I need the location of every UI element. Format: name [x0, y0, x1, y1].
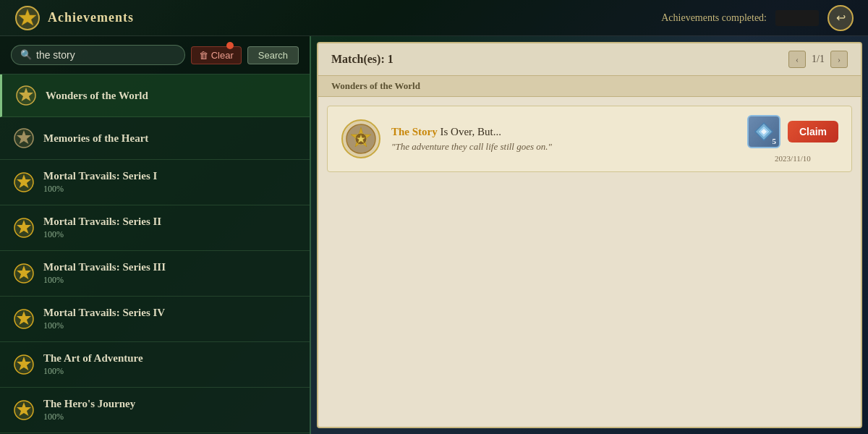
claim-button[interactable]: Claim — [788, 121, 838, 142]
achievement-description: "The adventure they call life still goes… — [391, 141, 737, 153]
back-button[interactable]: ↩ — [827, 5, 854, 31]
prev-page-button[interactable]: ‹ — [788, 51, 806, 68]
achievement-text: The Story Is Over, But... "The adventure… — [391, 126, 737, 153]
mortal4-icon — [13, 308, 35, 330]
trash-icon: 🗑 — [199, 50, 208, 61]
achievements-icon — [14, 5, 41, 31]
primogem-icon — [753, 121, 775, 142]
main-container: 🔍 🗑 Clear Search Wonders of the World — [0, 36, 868, 434]
mortal1-name: Mortal Travails: Series I — [43, 170, 297, 182]
sidebar: 🔍 🗑 Clear Search Wonders of the World — [0, 36, 311, 434]
clear-button[interactable]: 🗑 Clear — [191, 46, 242, 64]
sidebar-item-mortal3[interactable]: Mortal Travails: Series III 100% — [0, 251, 310, 297]
mortal3-icon — [13, 263, 35, 284]
mortal1-icon — [13, 171, 35, 193]
page-indicator: 1/1 — [812, 54, 825, 65]
header-left: Achievements — [14, 5, 134, 31]
sidebar-item-art[interactable]: The Art of Adventure 100% — [0, 342, 310, 388]
memories-icon — [13, 127, 35, 149]
right-panel: Match(es): 1 ‹ 1/1 › Wonders of the Worl… — [317, 42, 862, 428]
achievements-completed-label: Achievements completed: — [661, 12, 767, 24]
achievement-medal — [341, 119, 381, 159]
sidebar-item-memories[interactable]: Memories of the Heart — [0, 117, 310, 160]
art-icon — [13, 354, 35, 375]
sidebar-item-mortal1[interactable]: Mortal Travails: Series I 100% — [0, 160, 310, 205]
art-progress: 100% — [43, 366, 297, 377]
hero-name: The Hero's Journey — [43, 398, 297, 410]
sidebar-item-wonders[interactable]: Wonders of the World — [0, 75, 310, 117]
art-info: The Art of Adventure 100% — [43, 352, 297, 377]
achievements-count — [775, 10, 819, 26]
panel-category-header: Wonders of the World — [318, 76, 861, 97]
achievement-date: 2023/11/10 — [775, 154, 811, 163]
header: Achievements Achievements completed: ↩ — [0, 0, 868, 36]
hero-progress: 100% — [43, 412, 297, 422]
search-input-wrapper: 🔍 — [11, 45, 185, 65]
mortal3-progress: 100% — [43, 275, 297, 286]
panel-header: Match(es): 1 ‹ 1/1 › — [318, 43, 861, 76]
memories-name: Memories of the Heart — [43, 132, 297, 145]
header-right: Achievements completed: ↩ — [661, 5, 854, 31]
mortal2-info: Mortal Travails: Series II 100% — [43, 216, 297, 240]
mortal1-progress: 100% — [43, 184, 297, 195]
notification-dot — [226, 42, 234, 49]
sidebar-item-hero[interactable]: The Hero's Journey 100% — [0, 388, 310, 433]
achievement-reward: 5 Claim 2023/11/10 — [747, 115, 838, 163]
pagination: ‹ 1/1 › — [788, 51, 848, 68]
mortal3-name: Mortal Travails: Series III — [43, 261, 297, 273]
next-page-button[interactable]: › — [830, 51, 848, 68]
mortal1-info: Mortal Travails: Series I 100% — [43, 170, 297, 195]
wonders-icon — [15, 85, 37, 106]
header-title: Achievements — [48, 10, 134, 25]
matches-text: Match(es): 1 — [331, 53, 393, 66]
wonders-name: Wonders of the World — [46, 90, 297, 102]
wonders-info: Wonders of the World — [46, 90, 297, 102]
mortal4-info: Mortal Travails: Series IV 100% — [43, 307, 297, 331]
reward-gem: 5 — [747, 115, 780, 148]
search-bar: 🔍 🗑 Clear Search — [0, 36, 310, 75]
mortal2-name: Mortal Travails: Series II — [43, 216, 297, 228]
mortal4-progress: 100% — [43, 320, 297, 331]
search-icon: 🔍 — [20, 49, 32, 61]
mortal2-progress: 100% — [43, 229, 297, 240]
title-highlight: The Story — [391, 126, 438, 137]
search-input[interactable] — [36, 49, 176, 61]
panel-content: The Story Is Over, But... "The adventure… — [318, 97, 861, 427]
title-rest: Is Over, But... — [438, 126, 501, 137]
sidebar-item-mortal2[interactable]: Mortal Travails: Series II 100% — [0, 205, 310, 251]
reward-count: 5 — [772, 137, 776, 145]
sidebar-item-mortal4[interactable]: Mortal Travails: Series IV 100% — [0, 297, 310, 342]
achievement-medal-svg — [341, 119, 381, 159]
search-button[interactable]: Search — [247, 46, 299, 64]
achievement-entry: The Story Is Over, But... "The adventure… — [327, 106, 852, 172]
mortal4-name: Mortal Travails: Series IV — [43, 307, 297, 319]
art-name: The Art of Adventure — [43, 352, 297, 365]
mortal2-icon — [13, 217, 35, 239]
hero-info: The Hero's Journey 100% — [43, 398, 297, 422]
hero-icon — [13, 399, 35, 421]
memories-info: Memories of the Heart — [43, 132, 297, 145]
achievement-title: The Story Is Over, But... — [391, 126, 737, 138]
mortal3-info: Mortal Travails: Series III 100% — [43, 261, 297, 286]
